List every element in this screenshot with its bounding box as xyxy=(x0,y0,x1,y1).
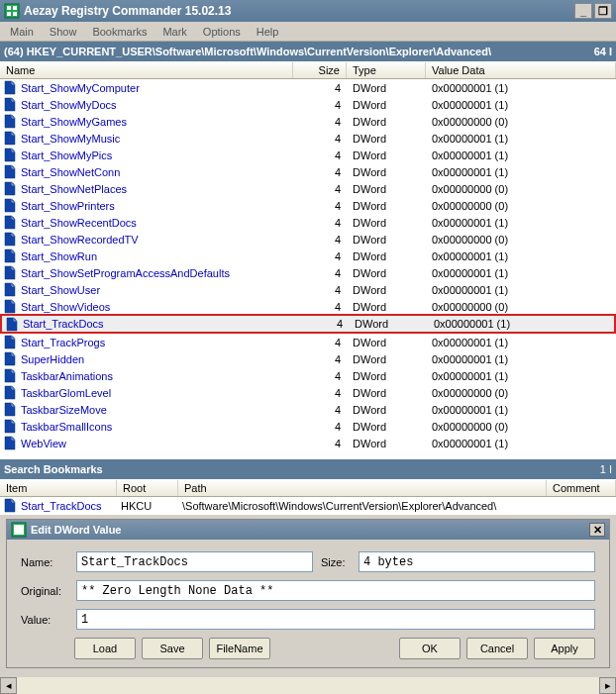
sh-root[interactable]: Root xyxy=(117,480,178,496)
search-title: Search Bookmarks xyxy=(4,463,103,475)
minimize-button[interactable]: _ xyxy=(574,3,592,19)
table-row[interactable]: Start_ShowRun4DWord0x00000001 (1) xyxy=(0,248,616,264)
search-item-name: Start_TrackDocs xyxy=(21,500,102,512)
col-header-size[interactable]: Size xyxy=(293,62,347,78)
menu-options[interactable]: Options xyxy=(197,24,247,40)
row-value: 0x00000001 (1) xyxy=(426,404,616,416)
label-original: Original: xyxy=(21,585,68,597)
row-size: 4 xyxy=(293,200,347,212)
sh-comment[interactable]: Comment xyxy=(547,480,616,496)
size-input[interactable] xyxy=(359,551,595,572)
row-size: 4 xyxy=(293,301,347,313)
menu-mark[interactable]: Mark xyxy=(156,24,192,40)
table-row[interactable]: Start_ShowVideos4DWord0x00000000 (0) xyxy=(0,298,616,315)
dialog-icon xyxy=(11,522,27,538)
row-name: Start_ShowMyMusic xyxy=(21,133,120,145)
scroll-right-button[interactable]: ▸ xyxy=(599,677,616,694)
original-input[interactable] xyxy=(76,580,595,601)
table-row[interactable]: Start_ShowSetProgramAccessAndDefaults4DW… xyxy=(0,264,616,281)
table-row[interactable]: TaskbarSizeMove4DWord0x00000001 (1) xyxy=(0,401,616,418)
menu-main[interactable]: Main xyxy=(4,24,40,40)
row-size: 4 xyxy=(293,421,347,433)
file-icon xyxy=(4,164,17,179)
svg-rect-2 xyxy=(13,6,17,10)
value-input[interactable] xyxy=(76,609,595,630)
sh-path[interactable]: Path xyxy=(178,480,547,496)
table-row[interactable]: TaskbarAnimations4DWord0x00000001 (1) xyxy=(0,367,616,384)
row-type: DWord xyxy=(347,183,426,195)
menu-show[interactable]: Show xyxy=(44,24,83,40)
table-row[interactable]: Start_ShowMyDocs4DWord0x00000001 (1) xyxy=(0,96,616,113)
col-header-type[interactable]: Type xyxy=(347,62,426,78)
row-type: DWord xyxy=(347,421,426,433)
row-value: 0x00000001 (1) xyxy=(426,217,616,229)
file-icon xyxy=(4,335,17,349)
cancel-button[interactable]: Cancel xyxy=(466,638,528,659)
label-size: Size: xyxy=(321,556,351,568)
sh-item[interactable]: Item xyxy=(0,480,117,496)
table-row[interactable]: WebView4DWord0x00000001 (1) xyxy=(0,435,616,451)
row-value: 0x00000001 (1) xyxy=(426,133,616,145)
row-value: 0x00000000 (0) xyxy=(426,183,616,195)
table-row[interactable]: Start_ShowRecentDocs4DWord0x00000001 (1) xyxy=(0,214,616,231)
row-name: WebView xyxy=(21,438,66,449)
table-row[interactable]: Start_ShowUser4DWord0x00000001 (1) xyxy=(0,281,616,298)
table-row[interactable]: Start_TrackDocs4DWord0x00000001 (1) xyxy=(0,314,616,334)
table-row[interactable]: TaskbarSmallIcons4DWord0x00000000 (0) xyxy=(0,418,616,435)
file-icon xyxy=(4,385,17,400)
restore-button[interactable]: ❐ xyxy=(594,3,612,19)
row-type: DWord xyxy=(347,217,426,229)
table-row[interactable]: Start_ShowNetConn4DWord0x00000001 (1) xyxy=(0,163,616,180)
ok-button[interactable]: OK xyxy=(399,638,461,659)
scroll-track[interactable] xyxy=(17,677,599,694)
table-row[interactable]: Start_ShowPrinters4DWord0x00000000 (0) xyxy=(0,197,616,214)
row-value: 0x00000001 (1) xyxy=(428,318,614,330)
table-row[interactable]: Start_ShowMyPics4DWord0x00000001 (1) xyxy=(0,147,616,163)
scroll-left-button[interactable]: ◂ xyxy=(0,677,17,694)
table-row[interactable]: Start_TrackProgs4DWord0x00000001 (1) xyxy=(0,334,616,350)
search-body[interactable]: Start_TrackDocs HKCU \Software\Microsoft… xyxy=(0,497,616,515)
apply-button[interactable]: Apply xyxy=(534,638,595,659)
filename-button[interactable]: FileName xyxy=(209,638,270,659)
row-size: 4 xyxy=(293,116,347,128)
search-count: 1 I xyxy=(600,463,612,475)
dialog-body: Name: Size: Original: Value: Load Save F… xyxy=(7,540,609,667)
menu-help[interactable]: Help xyxy=(251,24,285,40)
label-value: Value: xyxy=(21,614,68,626)
row-type: DWord xyxy=(347,166,426,178)
search-row[interactable]: Start_TrackDocs HKCU \Software\Microsoft… xyxy=(0,497,616,514)
table-row[interactable]: Start_ShowMyComputer4DWord0x00000001 (1) xyxy=(0,79,616,96)
table-row[interactable]: Start_ShowNetPlaces4DWord0x00000000 (0) xyxy=(0,180,616,197)
table-row[interactable]: TaskbarGlomLevel4DWord0x00000000 (0) xyxy=(0,384,616,401)
table-row[interactable]: SuperHidden4DWord0x00000001 (1) xyxy=(0,350,616,367)
file-icon xyxy=(4,248,17,263)
row-name: Start_ShowNetConn xyxy=(21,166,120,178)
row-type: DWord xyxy=(347,234,426,246)
file-icon xyxy=(4,436,17,450)
name-input[interactable] xyxy=(76,551,313,572)
table-row[interactable]: Start_ShowMyGames4DWord0x00000000 (0) xyxy=(0,113,616,130)
col-header-value[interactable]: Value Data xyxy=(426,62,616,78)
row-size: 4 xyxy=(293,133,347,145)
file-icon xyxy=(4,265,17,280)
titlebar: Aezay Registry Commander 15.02.13 _ ❐ xyxy=(0,0,616,22)
row-size: 4 xyxy=(293,82,347,94)
lv-body[interactable]: Start_ShowMyComputer4DWord0x00000001 (1)… xyxy=(0,79,616,459)
row-type: DWord xyxy=(347,82,426,94)
table-row[interactable]: Start_ShowMyMusic4DWord0x00000001 (1) xyxy=(0,130,616,147)
row-type: DWord xyxy=(347,133,426,145)
load-button[interactable]: Load xyxy=(74,638,136,659)
save-button[interactable]: Save xyxy=(142,638,203,659)
col-header-name[interactable]: Name xyxy=(0,62,293,78)
lv-header: Name Size Type Value Data xyxy=(0,61,616,79)
row-size: 4 xyxy=(293,353,347,365)
table-row[interactable]: Start_ShowRecordedTV4DWord0x00000000 (0) xyxy=(0,231,616,248)
row-size: 4 xyxy=(293,234,347,246)
file-icon xyxy=(4,97,17,112)
menu-bookmarks[interactable]: Bookmarks xyxy=(86,24,153,40)
dialog-close-button[interactable]: ✕ xyxy=(589,523,605,537)
row-name: Start_TrackProgs xyxy=(21,337,105,348)
row-size: 4 xyxy=(293,166,347,178)
row-size: 4 xyxy=(293,250,347,262)
file-icon xyxy=(4,282,17,297)
